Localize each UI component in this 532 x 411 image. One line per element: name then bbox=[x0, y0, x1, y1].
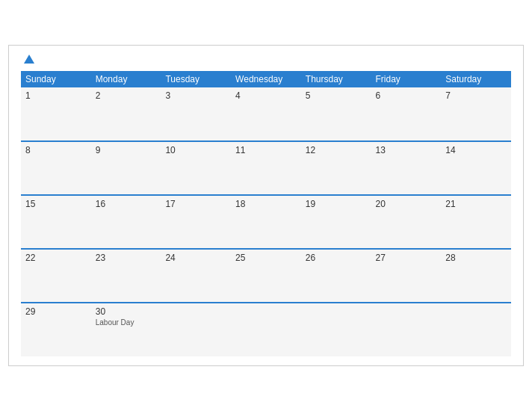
day-number: 15 bbox=[25, 199, 87, 209]
calendar-day-cell: 28 bbox=[441, 249, 511, 303]
calendar-day-cell: 8 bbox=[21, 141, 91, 195]
logo bbox=[21, 55, 34, 64]
day-number: 25 bbox=[235, 253, 297, 263]
calendar-day-cell bbox=[161, 303, 231, 356]
calendar-day-cell: 24 bbox=[161, 249, 231, 303]
day-number: 18 bbox=[235, 199, 297, 209]
day-number: 2 bbox=[96, 90, 157, 101]
calendar-day-cell: 27 bbox=[371, 249, 442, 303]
calendar-week-row: 891011121314 bbox=[21, 141, 511, 195]
calendar-day-cell: 10 bbox=[161, 141, 231, 195]
day-number: 13 bbox=[376, 145, 437, 155]
day-number: 29 bbox=[25, 306, 87, 317]
calendar-day-cell: 21 bbox=[441, 195, 511, 249]
calendar-week-row: 2930Labour Day bbox=[21, 303, 511, 356]
calendar-day-cell: 29 bbox=[21, 303, 91, 356]
weekday-header: Sunday bbox=[21, 71, 91, 87]
calendar-week-row: 15161718192021 bbox=[21, 195, 511, 249]
calendar-day-cell: 20 bbox=[371, 195, 442, 249]
calendar-day-cell: 13 bbox=[371, 141, 442, 195]
day-number: 7 bbox=[445, 90, 507, 101]
calendar-day-cell: 30Labour Day bbox=[91, 303, 161, 356]
calendar-day-cell: 23 bbox=[91, 249, 161, 303]
calendar-day-cell bbox=[371, 303, 442, 356]
holiday-label: Labour Day bbox=[96, 318, 157, 327]
calendar-day-cell bbox=[231, 303, 301, 356]
day-number: 5 bbox=[306, 90, 367, 101]
calendar-day-cell: 26 bbox=[301, 249, 371, 303]
day-number: 1 bbox=[25, 90, 87, 101]
calendar-day-cell: 5 bbox=[301, 87, 371, 141]
day-number: 10 bbox=[165, 145, 226, 155]
calendar-day-cell bbox=[441, 303, 511, 356]
day-number: 27 bbox=[376, 253, 437, 263]
day-number: 3 bbox=[165, 90, 226, 101]
day-number: 21 bbox=[445, 199, 507, 209]
calendar-day-cell: 22 bbox=[21, 249, 91, 303]
logo-triangle-icon bbox=[24, 55, 34, 64]
calendar-week-row: 1234567 bbox=[21, 87, 511, 141]
calendar-table: SundayMondayTuesdayWednesdayThursdayFrid… bbox=[21, 71, 511, 356]
day-number: 22 bbox=[25, 253, 87, 263]
calendar-day-cell: 14 bbox=[441, 141, 511, 195]
day-number: 28 bbox=[445, 253, 507, 263]
calendar-day-cell: 2 bbox=[91, 87, 161, 141]
day-number: 19 bbox=[306, 199, 367, 209]
weekday-header: Monday bbox=[91, 71, 161, 87]
calendar-day-cell: 18 bbox=[231, 195, 301, 249]
calendar-day-cell: 9 bbox=[91, 141, 161, 195]
calendar-day-cell: 12 bbox=[301, 141, 371, 195]
day-number: 16 bbox=[96, 199, 157, 209]
calendar: SundayMondayTuesdayWednesdayThursdayFrid… bbox=[8, 45, 524, 366]
day-number: 6 bbox=[376, 90, 437, 101]
calendar-day-cell: 7 bbox=[441, 87, 511, 141]
calendar-week-row: 22232425262728 bbox=[21, 249, 511, 303]
day-number: 11 bbox=[235, 145, 297, 155]
day-number: 20 bbox=[376, 199, 437, 209]
calendar-day-cell: 3 bbox=[161, 87, 231, 141]
calendar-day-cell: 25 bbox=[231, 249, 301, 303]
day-number: 4 bbox=[235, 90, 297, 101]
day-number: 8 bbox=[25, 145, 87, 155]
calendar-header bbox=[21, 55, 511, 64]
day-number: 17 bbox=[165, 199, 226, 209]
day-number: 12 bbox=[306, 145, 367, 155]
calendar-day-cell: 4 bbox=[231, 87, 301, 141]
weekday-header: Saturday bbox=[441, 71, 511, 87]
day-number: 26 bbox=[306, 253, 367, 263]
weekday-header: Tuesday bbox=[161, 71, 231, 87]
day-number: 24 bbox=[165, 253, 226, 263]
calendar-day-cell: 11 bbox=[231, 141, 301, 195]
weekday-header: Wednesday bbox=[231, 71, 301, 87]
calendar-day-cell: 16 bbox=[91, 195, 161, 249]
day-number: 23 bbox=[96, 253, 157, 263]
weekday-header-row: SundayMondayTuesdayWednesdayThursdayFrid… bbox=[21, 71, 511, 87]
day-number: 14 bbox=[445, 145, 507, 155]
calendar-day-cell: 6 bbox=[371, 87, 442, 141]
calendar-day-cell: 17 bbox=[161, 195, 231, 249]
weekday-header: Friday bbox=[371, 71, 442, 87]
calendar-day-cell: 1 bbox=[21, 87, 91, 141]
calendar-day-cell: 19 bbox=[301, 195, 371, 249]
calendar-day-cell: 15 bbox=[21, 195, 91, 249]
weekday-header: Thursday bbox=[301, 71, 371, 87]
calendar-day-cell bbox=[301, 303, 371, 356]
day-number: 9 bbox=[96, 145, 157, 155]
day-number: 30 bbox=[96, 306, 157, 317]
